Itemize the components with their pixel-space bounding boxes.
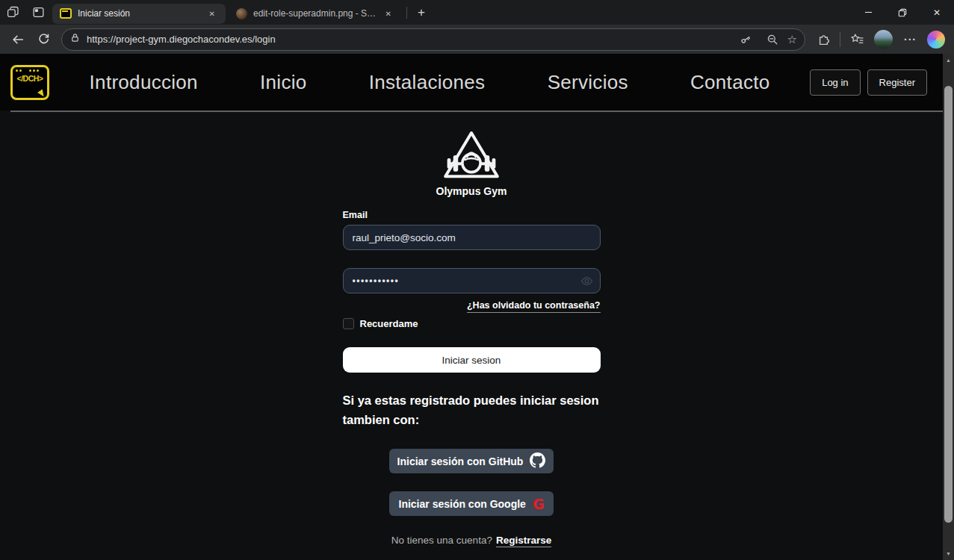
login-submit-button[interactable]: Iniciar sesion [343, 347, 601, 373]
toolbar-divider [840, 32, 840, 47]
nav-item-servicios[interactable]: Servicios [548, 71, 628, 94]
restore-button[interactable] [885, 0, 920, 25]
dch-logo-dots [13, 67, 47, 72]
register-prompt-text: No tienes una cuenta? [391, 535, 492, 546]
password-wrap [343, 268, 601, 293]
scrollbar-thumb[interactable] [944, 86, 953, 523]
google-icon: G [533, 496, 545, 512]
browser-tab-inactive[interactable]: edit-role-superadmin.png - Squo ✕ [229, 4, 402, 24]
password-key-icon[interactable] [734, 28, 758, 52]
scroll-up-arrow[interactable]: ▲ [943, 57, 954, 63]
minimize-button[interactable] [851, 0, 885, 25]
login-button[interactable]: Log in [810, 69, 860, 96]
nav-auth-buttons: Log in Register [810, 69, 927, 96]
site-navbar: </DCH> Introduccion Inicio Instalaciones… [0, 54, 954, 111]
favorite-star-icon[interactable]: ☆ [787, 33, 797, 46]
show-password-eye-icon[interactable] [580, 275, 593, 290]
zoom-out-icon[interactable] [761, 28, 784, 52]
register-button[interactable]: Register [867, 69, 927, 96]
github-login-button[interactable]: Iniciar sesión con GitHub [389, 449, 554, 473]
register-prompt: No tienes una cuenta?Registrarse [343, 535, 601, 546]
refresh-icon[interactable] [31, 28, 55, 52]
omnibox-actions: ☆ [734, 28, 797, 52]
remember-checkbox[interactable] [343, 318, 354, 329]
email-label: Email [343, 210, 601, 220]
workspaces-icon[interactable] [0, 0, 25, 25]
dch-favicon [60, 8, 72, 19]
nav-item-inicio[interactable]: Inicio [260, 71, 307, 94]
brand-name: Olympus Gym [343, 185, 601, 197]
social-login-intro: Si ya estas registrado puedes iniciar se… [343, 391, 601, 429]
new-tab-button[interactable]: + [410, 5, 433, 20]
site-lock-icon[interactable] [69, 32, 81, 46]
remember-label: Recuerdame [360, 318, 418, 329]
github-icon [530, 452, 545, 470]
browser-menu-icon[interactable]: ··· [898, 34, 923, 46]
dch-logo-text: </DCH> [13, 74, 47, 83]
profile-avatar[interactable] [874, 30, 893, 49]
nav-item-introduccion[interactable]: Introduccion [90, 71, 198, 94]
browser-tabstrip: Iniciar sesión ✕ edit-role-superadmin.pn… [0, 0, 954, 25]
favorites-bar-icon[interactable] [845, 28, 869, 52]
google-login-button[interactable]: Iniciar sesión con Google G [389, 491, 554, 516]
remember-row: Recuerdame [343, 318, 601, 329]
password-field[interactable] [343, 268, 601, 293]
email-field[interactable] [343, 225, 601, 250]
browser-tab-active[interactable]: Iniciar sesión ✕ [52, 4, 226, 24]
tab-close-icon[interactable]: ✕ [382, 8, 394, 19]
back-icon[interactable] [6, 28, 30, 52]
scroll-down-arrow[interactable]: ▼ [943, 551, 954, 556]
tab-title: edit-role-superadmin.png - Squo [253, 8, 377, 19]
login-page: Olympus Gym Email ¿Has olvidado tu contr… [0, 112, 943, 560]
olympus-gym-logo [441, 130, 502, 181]
dch-logo[interactable]: </DCH> [10, 65, 49, 100]
nav-item-contacto[interactable]: Contacto [690, 71, 769, 94]
url-text[interactable]: https://project-gym.diegochacondev.es/lo… [87, 34, 728, 45]
google-button-label: Iniciar sesión con Google [399, 498, 526, 510]
tab-divider [406, 7, 407, 19]
page-scrollbar[interactable]: ▲ ▼ [943, 54, 954, 560]
close-window-button[interactable]: ✕ [920, 0, 954, 25]
copilot-icon[interactable] [927, 31, 945, 49]
login-form: Olympus Gym Email ¿Has olvidado tu contr… [343, 112, 601, 546]
extensions-icon[interactable] [811, 28, 835, 52]
tab-close-icon[interactable]: ✕ [206, 8, 218, 19]
tab-actions-icon[interactable] [25, 0, 51, 25]
cursor-icon [37, 89, 46, 98]
nav-item-instalaciones[interactable]: Instalaciones [369, 71, 486, 94]
forgot-password-link[interactable]: ¿Has olvidado tu contraseña? [467, 300, 601, 313]
browser-toolbar: https://project-gym.diegochacondev.es/lo… [0, 25, 954, 54]
nav-links: Introduccion Inicio Instalaciones Servic… [49, 71, 810, 94]
address-bar[interactable]: https://project-gym.diegochacondev.es/lo… [61, 28, 805, 51]
github-button-label: Iniciar sesión con GitHub [397, 455, 524, 467]
window-controls: ✕ [851, 0, 954, 25]
tab-title: Iniciar sesión [78, 8, 200, 19]
squoosh-favicon [236, 8, 247, 19]
register-link[interactable]: Registrarse [496, 535, 551, 547]
